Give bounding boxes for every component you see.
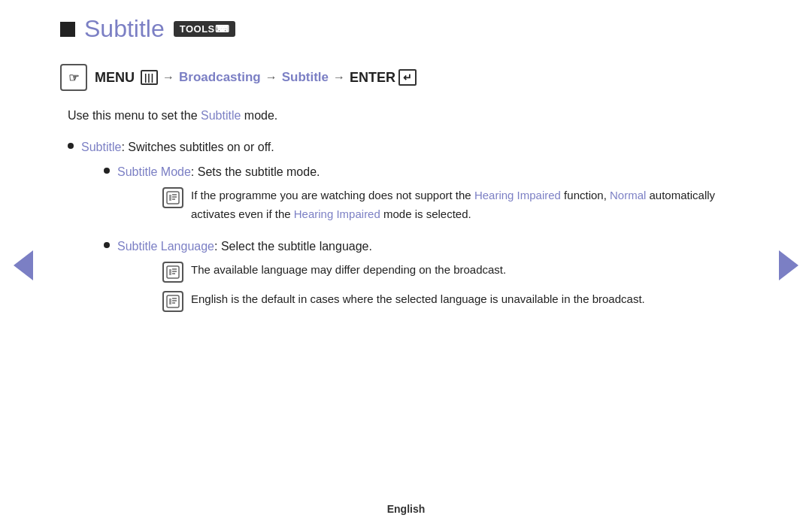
subtitle-mode-label: Subtitle Mode <box>117 165 191 178</box>
note-text: If the programme you are watching does n… <box>191 186 752 224</box>
note-text-1: The available language may differ depend… <box>191 261 645 280</box>
nav-next-button[interactable] <box>779 250 798 280</box>
note-text-2: English is the default in cases where th… <box>191 290 645 309</box>
bullet-dot-icon <box>68 143 74 149</box>
tools-badge: TOOLS⌨ <box>174 21 236 37</box>
list-item: Subtitle Mode: Sets the subtitle mode. <box>104 162 752 231</box>
note-icon-2 <box>162 291 183 312</box>
note-icon <box>162 187 183 208</box>
sub-bullet-list: Subtitle Mode: Sets the subtitle mode. <box>104 162 752 320</box>
note-icon <box>162 262 183 283</box>
subtitle-language-item: Subtitle Language: Select the subtitle l… <box>117 237 645 320</box>
breadcrumb-menu-grid: ||| <box>139 70 158 85</box>
header-square-icon <box>60 22 75 37</box>
breadcrumb-arrow-3: → <box>333 71 345 84</box>
note-block-2: English is the default in cases where th… <box>162 290 645 312</box>
enter-key-icon: ↵ <box>398 69 417 86</box>
main-content: Use this menu to set the Subtitle mode. … <box>68 106 752 326</box>
nav-prev-button[interactable] <box>14 250 33 280</box>
page-title: Subtitle <box>84 15 165 43</box>
breadcrumb-enter: ENTER↵ <box>350 69 417 86</box>
breadcrumb-arrow-1: → <box>162 71 174 84</box>
bullet-dot-icon <box>104 242 110 248</box>
bullet-dot-icon <box>104 168 110 174</box>
menu-icon: ☞ <box>60 64 87 91</box>
subtitle-language-label: Subtitle Language <box>117 240 214 253</box>
intro-paragraph: Use this menu to set the Subtitle mode. <box>68 106 752 126</box>
breadcrumb: ☞ MENU ||| → Broadcasting → Subtitle → E… <box>60 64 752 91</box>
main-bullet-list: Subtitle: Switches subtitles on or off. … <box>68 138 752 326</box>
footer-language: English <box>387 503 426 515</box>
list-item: Subtitle: Switches subtitles on or off. … <box>68 138 752 326</box>
svg-rect-1 <box>167 266 179 278</box>
breadcrumb-subtitle: Subtitle <box>282 70 329 85</box>
bullet-text: Subtitle: Switches subtitles on or off. … <box>81 138 752 326</box>
svg-rect-0 <box>167 192 179 204</box>
breadcrumb-menu-label: MENU <box>95 70 135 86</box>
subtitle-label: Subtitle <box>81 141 121 153</box>
list-item: Subtitle Language: Select the subtitle l… <box>104 237 752 320</box>
svg-rect-2 <box>167 295 179 307</box>
breadcrumb-arrow-2: → <box>265 71 277 84</box>
note-block: If the programme you are watching does n… <box>162 186 752 224</box>
note-block-1: The available language may differ depend… <box>162 261 645 283</box>
page-header: Subtitle TOOLS⌨ <box>60 15 752 46</box>
subtitle-mode-item: Subtitle Mode: Sets the subtitle mode. <box>117 162 752 231</box>
breadcrumb-broadcasting: Broadcasting <box>179 70 261 85</box>
page-container: Subtitle TOOLS⌨ ☞ MENU ||| → Broadcastin… <box>0 0 812 530</box>
